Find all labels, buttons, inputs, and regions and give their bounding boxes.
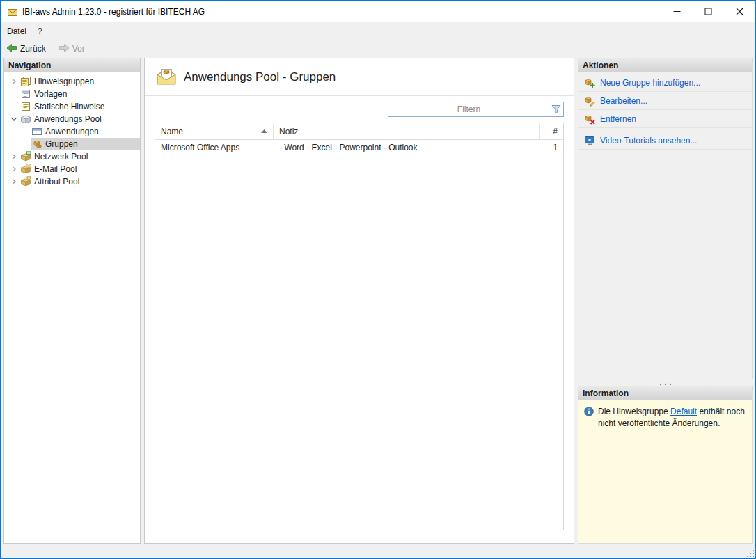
sidebar-item-vorlagen[interactable]: Vorlagen	[4, 88, 140, 100]
action-label: Entfernen	[600, 114, 636, 124]
window-title: IBI-aws Admin 1.23.0 - registriert für I…	[22, 7, 205, 17]
navigation-tree: Hinweisgruppen Vorlagen Statische Hinwei…	[4, 72, 140, 188]
selected-tree-row[interactable]: Gruppen	[31, 138, 140, 150]
groups-table: Name Notiz # Microsoft Office Apps - Wor…	[155, 123, 564, 530]
sidebar-item-anwendungs-pool[interactable]: Anwendungs Pool	[4, 113, 140, 125]
video-tutorials-icon	[584, 135, 595, 146]
back-button-label: Zurück	[20, 44, 46, 54]
sidebar-item-label: Anwendungs Pool	[34, 114, 102, 124]
groups-envelope-icon	[156, 67, 177, 88]
note-icon	[20, 101, 31, 112]
sidebar-item-attribut-pool[interactable]: Attribut Pool	[4, 175, 140, 188]
app-icon	[7, 6, 18, 17]
panel-splitter[interactable]	[578, 379, 753, 386]
table-row[interactable]: Microsoft Office Apps - Word - Excel - P…	[155, 140, 563, 155]
action-remove[interactable]: Entfernen	[578, 110, 752, 128]
email-box-icon	[20, 164, 31, 175]
sidebar-item-label: Vorlagen	[34, 89, 67, 99]
chevron-right-icon[interactable]	[8, 166, 19, 173]
forward-button[interactable]: Vor	[56, 42, 88, 56]
information-panel: Information Die Hinweisgruppe Default en…	[578, 386, 753, 544]
title-bar: IBI-aws Admin 1.23.0 - registriert für I…	[1, 1, 755, 22]
menu-help[interactable]: ?	[32, 22, 48, 40]
information-message: Die Hinweisgruppe Default enthält noch n…	[598, 406, 746, 430]
cell-name: Microsoft Office Apps	[155, 140, 274, 155]
column-header-label: #	[553, 127, 558, 136]
status-bar	[1, 548, 755, 558]
maximize-button[interactable]	[693, 1, 724, 22]
sidebar-item-hinweisgruppen[interactable]: Hinweisgruppen	[4, 75, 140, 88]
actions-panel-header: Aktionen	[578, 58, 752, 72]
forward-arrow-icon	[58, 43, 70, 55]
sidebar-item-label: Anwendungen	[45, 127, 99, 136]
close-button[interactable]	[724, 1, 755, 22]
chevron-down-icon[interactable]	[8, 116, 19, 123]
sidebar-item-label: Attribut Pool	[34, 177, 79, 187]
app-window: IBI-aws Admin 1.23.0 - registriert für I…	[0, 0, 756, 559]
remove-group-icon	[584, 113, 595, 125]
window-controls	[661, 1, 755, 22]
sidebar-item-email-pool[interactable]: E-Mail Pool	[4, 163, 140, 175]
navigation-panel-header: Navigation	[4, 58, 140, 72]
sidebar-item-label: Netzwerk Pool	[34, 152, 88, 162]
column-header-count[interactable]: #	[540, 123, 563, 139]
action-video-tutorials[interactable]: Video-Tutorials ansehen...	[578, 132, 752, 150]
sidebar-item-label: Gruppen	[45, 139, 78, 149]
action-label: Video-Tutorials ansehen...	[600, 136, 697, 145]
sidebar-item-netzwerk-pool[interactable]: Netzwerk Pool	[4, 150, 140, 163]
chevron-right-icon[interactable]	[8, 153, 19, 160]
column-header-label: Name	[161, 127, 183, 136]
info-text-before: Die Hinweisgruppe	[598, 407, 670, 416]
information-body: Die Hinweisgruppe Default enthält noch n…	[578, 400, 752, 543]
sidebar-item-statische-hinweise[interactable]: Statische Hinweise	[4, 100, 140, 113]
notes-stack-icon	[20, 76, 31, 87]
action-edit[interactable]: Bearbeiten...	[578, 92, 752, 110]
default-group-link[interactable]: Default	[670, 407, 697, 416]
add-group-icon	[584, 77, 595, 88]
edit-group-icon	[584, 95, 595, 107]
filter-box	[388, 102, 564, 117]
column-header-notiz[interactable]: Notiz	[274, 123, 540, 139]
network-box-icon	[20, 151, 31, 162]
funnel-icon[interactable]	[551, 104, 561, 116]
tag-box-icon	[20, 176, 31, 187]
notepad-icon	[20, 88, 31, 100]
action-label: Neue Gruppe hinzufügen...	[600, 78, 700, 88]
cubes-icon	[31, 139, 42, 150]
sidebar-item-label: Statische Hinweise	[34, 102, 104, 111]
resize-grip-icon[interactable]	[746, 549, 755, 558]
forward-button-label: Vor	[72, 44, 85, 54]
chevron-right-icon[interactable]	[8, 78, 19, 85]
column-header-label: Notiz	[279, 127, 298, 136]
page-title: Anwendungs Pool - Gruppen	[184, 70, 336, 84]
information-panel-header: Information	[578, 386, 752, 400]
app-window-icon	[31, 126, 42, 137]
chevron-right-icon[interactable]	[8, 178, 19, 185]
open-box-icon	[20, 113, 31, 125]
action-list: Neue Gruppe hinzufügen... Bearbeiten... …	[578, 72, 752, 150]
menu-datei[interactable]: Datei	[1, 22, 32, 40]
sidebar-item-label: Hinweisgruppen	[34, 77, 94, 86]
back-arrow-icon	[6, 43, 17, 55]
filter-row	[145, 96, 574, 121]
sort-ascending-icon	[261, 129, 267, 133]
action-label: Bearbeiten...	[600, 96, 647, 106]
cell-notiz: - Word - Excel - Powerpoint - Outlook	[274, 140, 540, 155]
actions-panel: Aktionen Neue Gruppe hinzufügen... Bearb…	[578, 58, 753, 379]
table-header: Name Notiz #	[155, 123, 563, 140]
navigation-panel: Navigation Hinweisgruppen Vorlagen Stati…	[3, 58, 141, 544]
back-button[interactable]: Zurück	[3, 42, 49, 56]
navigation-toolbar: Zurück Vor	[1, 40, 755, 58]
right-column: Aktionen Neue Gruppe hinzufügen... Bearb…	[578, 58, 753, 544]
page-header: Anwendungs Pool - Gruppen	[145, 58, 574, 96]
filter-input[interactable]	[388, 102, 564, 117]
action-add-group[interactable]: Neue Gruppe hinzufügen...	[578, 74, 752, 92]
menu-bar: Datei ?	[1, 22, 755, 40]
main-panel: Anwendungs Pool - Gruppen Name	[144, 58, 574, 544]
minimize-button[interactable]	[661, 1, 693, 22]
sidebar-item-label: E-Mail Pool	[34, 164, 77, 174]
sidebar-item-gruppen[interactable]: Gruppen	[4, 138, 140, 150]
column-header-name[interactable]: Name	[155, 123, 274, 139]
content-area: Navigation Hinweisgruppen Vorlagen Stati…	[1, 58, 755, 548]
sidebar-item-anwendungen[interactable]: Anwendungen	[4, 125, 140, 138]
